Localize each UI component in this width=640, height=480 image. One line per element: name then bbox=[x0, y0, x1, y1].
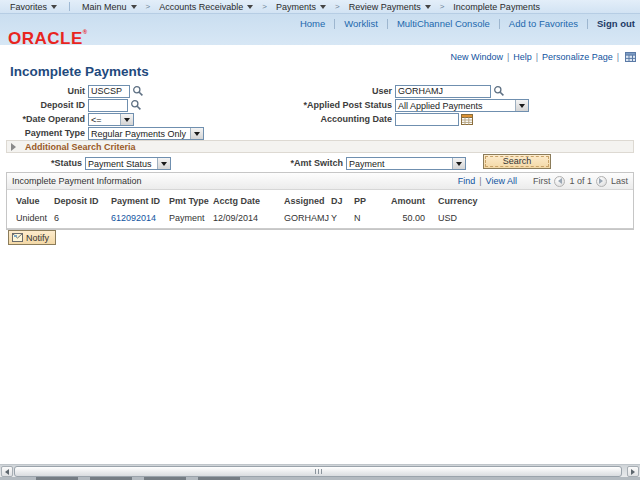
breadcrumb-chevron: > bbox=[262, 2, 267, 11]
page-action-bar: New Window | Help | Personalize Page | bbox=[450, 52, 636, 62]
col-header-pmt-type: Pmt Type bbox=[169, 190, 213, 210]
page-title: Incomplete Payments bbox=[10, 64, 149, 79]
chevron-down-icon bbox=[247, 5, 253, 12]
payment-id-link[interactable]: 612092014 bbox=[111, 213, 156, 223]
breadcrumb-label: Main Menu bbox=[82, 2, 127, 12]
breadcrumb-chevron: > bbox=[440, 2, 445, 11]
breadcrumb-payments[interactable]: Payments bbox=[276, 1, 326, 12]
unit-lookup-icon[interactable] bbox=[132, 85, 144, 97]
user-input[interactable] bbox=[395, 85, 491, 98]
grid-separator: | bbox=[479, 176, 481, 186]
cell-deposit-id: 6 bbox=[54, 210, 111, 229]
new-window-link[interactable]: New Window bbox=[450, 52, 503, 62]
applied-post-status-select[interactable]: All Applied Payments bbox=[395, 99, 529, 112]
accounting-date-label: Accounting Date bbox=[300, 114, 392, 124]
scrollbar-thumb[interactable] bbox=[14, 466, 622, 477]
payment-type-value: Regular Payments Only bbox=[89, 128, 190, 139]
calendar-icon[interactable] bbox=[461, 113, 473, 125]
multichannel-console-link[interactable]: MultiChannel Console bbox=[397, 18, 490, 29]
peoplesoft-window: Favorites Main Menu > Accounts Receivabl… bbox=[0, 0, 640, 480]
user-label: User bbox=[300, 86, 392, 96]
page-indicator: 1 of 1 bbox=[569, 176, 592, 186]
circle-arrow-right-icon[interactable] bbox=[596, 176, 607, 187]
breadcrumb-label: Payments bbox=[276, 2, 316, 12]
form-row-3: *Date Operand <= Accounting Date bbox=[0, 112, 640, 126]
date-operand-value: <= bbox=[89, 114, 120, 125]
breadcrumb-review-payments[interactable]: Review Payments bbox=[349, 1, 431, 12]
triangle-down-icon bbox=[190, 128, 203, 139]
applied-post-status-label: *Applied Post Status bbox=[300, 100, 392, 110]
breadcrumb-favorites[interactable]: Favorites bbox=[10, 1, 57, 12]
header-divider bbox=[587, 19, 588, 29]
cell-payment-id: 612092014 bbox=[111, 210, 169, 229]
header-links: Home Worklist MultiChannel Console Add t… bbox=[300, 18, 635, 29]
first-link[interactable]: First bbox=[533, 176, 551, 186]
worklist-link[interactable]: Worklist bbox=[344, 18, 378, 29]
scroll-left-button[interactable] bbox=[1, 466, 13, 477]
registered-mark: ® bbox=[83, 29, 88, 35]
breadcrumb-label: Favorites bbox=[10, 2, 47, 12]
applied-post-status-value: All Applied Payments bbox=[396, 100, 515, 111]
grid-window-icon[interactable] bbox=[625, 52, 636, 62]
help-link[interactable]: Help bbox=[513, 52, 532, 62]
deposit-id-input[interactable] bbox=[88, 99, 128, 112]
table-header-row: Value Deposit ID Payment ID Pmt Type Acc… bbox=[7, 190, 633, 210]
col-header-deposit-id: Deposit ID bbox=[54, 190, 111, 210]
deposit-id-lookup-icon[interactable] bbox=[130, 99, 142, 111]
view-all-link[interactable]: View All bbox=[486, 176, 517, 186]
chevron-down-icon bbox=[51, 5, 57, 12]
scroll-right-button[interactable] bbox=[627, 466, 639, 477]
unit-input[interactable] bbox=[88, 85, 130, 98]
breadcrumb-chevron: > bbox=[335, 2, 340, 11]
breadcrumb-accounts-receivable[interactable]: Accounts Receivable bbox=[159, 1, 253, 12]
cell-acctg-date: 12/09/2014 bbox=[213, 210, 284, 229]
additional-search-criteria-section[interactable]: Additional Search Criteria bbox=[6, 140, 634, 153]
envelope-icon bbox=[12, 233, 23, 242]
add-to-favorites-link[interactable]: Add to Favorites bbox=[509, 18, 578, 29]
accounting-date-input[interactable] bbox=[395, 113, 459, 126]
cell-pp: N bbox=[354, 210, 387, 229]
breadcrumb-divider bbox=[69, 2, 70, 11]
breadcrumb-label: Incomplete Payments bbox=[453, 2, 540, 12]
search-button[interactable]: Search bbox=[483, 154, 551, 169]
last-link[interactable]: Last bbox=[611, 176, 628, 186]
cell-currency: USD bbox=[425, 210, 633, 229]
personalize-page-link[interactable]: Personalize Page bbox=[542, 52, 613, 62]
payment-type-select[interactable]: Regular Payments Only bbox=[88, 127, 204, 140]
col-header-acctg-date: Acctg Date bbox=[213, 190, 284, 210]
home-link[interactable]: Home bbox=[300, 18, 325, 29]
additional-search-criteria-label: Additional Search Criteria bbox=[25, 142, 136, 152]
user-lookup-icon[interactable] bbox=[493, 85, 505, 97]
find-link[interactable]: Find bbox=[458, 176, 476, 186]
header-divider bbox=[499, 19, 500, 29]
breadcrumb-label: Accounts Receivable bbox=[159, 2, 243, 12]
date-operand-select[interactable]: <= bbox=[88, 113, 134, 126]
chevron-down-icon bbox=[131, 5, 137, 12]
notify-button[interactable]: Notify bbox=[8, 230, 56, 245]
col-header-assigned: Assigned bbox=[284, 190, 331, 210]
grid-controls: Find | View All First 1 of 1 Last bbox=[458, 176, 628, 187]
form-row-2: Deposit ID *Applied Post Status All Appl… bbox=[0, 98, 640, 112]
status-select[interactable]: Payment Status bbox=[85, 157, 171, 170]
col-header-currency: Currency bbox=[425, 190, 633, 210]
pagebar-separator: | bbox=[507, 52, 509, 62]
amt-switch-select[interactable]: Payment bbox=[346, 157, 466, 170]
triangle-right-icon bbox=[11, 143, 20, 151]
breadcrumb-main-menu[interactable]: Main Menu bbox=[82, 1, 137, 12]
results-grid: Incomplete Payment Information Find | Vi… bbox=[6, 172, 634, 230]
circle-arrow-left-icon[interactable] bbox=[554, 176, 565, 187]
payments-table: Value Deposit ID Payment ID Pmt Type Acc… bbox=[7, 190, 633, 229]
sign-out-link[interactable]: Sign out bbox=[597, 18, 635, 29]
cell-pmt-type: Payment bbox=[169, 210, 213, 229]
oracle-logo: ORACLE® bbox=[8, 29, 88, 49]
status-value: Payment Status bbox=[86, 158, 157, 169]
form-row-4: Payment Type Regular Payments Only bbox=[0, 126, 640, 140]
cell-amount: 50.00 bbox=[387, 210, 425, 229]
header-divider bbox=[387, 19, 388, 29]
table-row: Unident 6 612092014 Payment 12/09/2014 G… bbox=[7, 210, 633, 229]
cell-value: Unident bbox=[7, 210, 54, 229]
breadcrumb-chevron: > bbox=[146, 2, 151, 11]
horizontal-scrollbar[interactable] bbox=[0, 464, 640, 477]
deposit-id-label: Deposit ID bbox=[0, 100, 85, 110]
status-label: *Status bbox=[0, 158, 82, 168]
